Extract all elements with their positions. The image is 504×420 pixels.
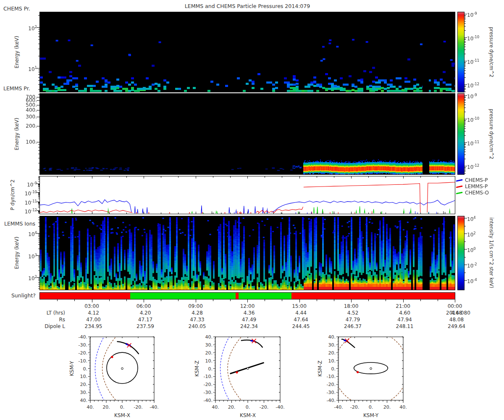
axis-tick <box>37 255 40 256</box>
axis-tick <box>38 15 40 16</box>
ephemeris-value: 47.17 <box>129 317 162 323</box>
axis-tick <box>38 178 40 178</box>
axis-tick <box>38 236 40 237</box>
axis-tick <box>38 267 40 267</box>
ephemeris-value: 47.79 <box>336 317 370 323</box>
axis-tick <box>38 74 40 75</box>
axis-tick-label: 102 <box>8 274 37 281</box>
orbit-y-tick-label: 10. <box>80 374 88 379</box>
axis-tick <box>38 202 40 203</box>
ephemeris-value: 237.59 <box>129 323 162 329</box>
sunlight-segment <box>291 293 455 299</box>
axis-tick <box>38 286 40 286</box>
axis-tick <box>465 112 466 112</box>
legend-line-swatch <box>456 185 462 188</box>
axis-tick <box>465 15 466 16</box>
time-tick-label: 03:00 <box>79 303 105 309</box>
orbit-yaxis-title: KSM-Z <box>318 360 323 376</box>
colorbar2-title: pressure dyne/cm^2 <box>488 109 494 159</box>
axis-tick <box>38 147 40 147</box>
axis-tick <box>38 70 40 70</box>
axis-tick <box>38 194 40 195</box>
axis-tick <box>465 89 466 90</box>
axis-tick <box>230 299 231 301</box>
axis-tick <box>38 281 40 281</box>
orbit-x-tick-label: -40. <box>150 404 158 410</box>
axis-tick <box>37 110 40 110</box>
sunlight-state-bar <box>40 293 455 299</box>
ephemeris-value: 48.08 <box>440 317 473 323</box>
axis-tick <box>465 105 466 105</box>
axis-tick <box>368 299 369 301</box>
axis-tick <box>38 177 40 178</box>
orbit-xaxis-title: KSM-X <box>114 412 130 418</box>
axis-tick <box>37 142 40 142</box>
legend-line-swatch <box>456 192 462 194</box>
axis-tick <box>38 240 40 240</box>
axis-tick <box>465 144 466 145</box>
sunlight-label: Sunlight? <box>4 293 36 299</box>
axis-tick <box>465 41 466 42</box>
axis-tick <box>38 256 40 257</box>
ephemeris-value: 242.34 <box>232 323 266 329</box>
axis-tick <box>465 19 466 19</box>
axis-tick-label: 400. <box>8 107 37 113</box>
axis-tick <box>37 100 40 101</box>
orbit-x-tick-label: 40. <box>212 404 219 410</box>
axis-tick <box>38 270 40 271</box>
axis-tick <box>38 150 40 151</box>
axis-tick <box>37 105 40 105</box>
axis-tick <box>465 152 466 152</box>
orbit-ksmx-ksmz: 40.20.0.-20.-40.40.30.20.10.0.-10.-20.-3… <box>194 332 295 420</box>
orbit-y-tick-label: -40. <box>204 398 213 403</box>
axis-tick <box>38 193 40 194</box>
orbit-y-tick-label: 30. <box>328 342 336 348</box>
axis-tick <box>420 299 421 301</box>
axis-tick <box>465 168 466 168</box>
colorbar1 <box>458 12 464 92</box>
time-tick-label: 09:00 <box>183 303 208 309</box>
ephemeris-value: 240.05 <box>181 323 214 329</box>
axis-tick <box>38 220 40 220</box>
axis-tick <box>126 299 127 301</box>
axis-tick <box>38 77 40 78</box>
axis-tick <box>38 179 40 180</box>
orbit-y-tick-label: 0. <box>331 366 336 372</box>
axis-tick <box>386 299 386 301</box>
ephemeris-value: 4.20 <box>129 310 162 316</box>
legend-item-chems-p: CHEMS-P <box>456 177 488 183</box>
axis-tick <box>465 167 466 168</box>
axis-tick-label: 100. <box>8 139 37 145</box>
ephemeris-value: 4.12 <box>77 310 110 316</box>
panel2-yaxis-title: Energy (keV) <box>14 118 20 150</box>
axis-tick <box>38 195 40 196</box>
axis-tick <box>38 262 40 262</box>
axis-tick <box>465 155 466 155</box>
axis-tick <box>38 185 40 185</box>
axis-tick <box>38 213 40 213</box>
axis-tick <box>38 84 40 85</box>
ephemeris-value: 4.44 <box>284 310 318 316</box>
saturn-marker <box>121 368 123 370</box>
axis-tick <box>465 226 466 226</box>
axis-tick <box>38 194 40 194</box>
axis-tick <box>403 299 404 302</box>
colorbar-tick-label: 10-4 <box>467 277 477 284</box>
colorbar-tick-label: 10-10 <box>467 116 479 123</box>
axis-tick <box>38 197 40 197</box>
orbit-y-tick-label: -10. <box>79 358 87 364</box>
ephemeris-value: 47.00 <box>77 317 110 323</box>
time-tick-label: 18:00 <box>339 303 364 309</box>
axis-tick-label: 10-12 <box>8 207 37 215</box>
axis-tick <box>38 89 40 90</box>
orbit-x-tick-label: -20. <box>350 404 359 410</box>
axis-tick <box>465 147 466 148</box>
orbit-xaxis-title: KSM-X <box>240 412 256 418</box>
axis-tick <box>465 70 466 71</box>
axis-tick <box>38 213 40 213</box>
orbit-x-tick-label: 0. <box>369 404 373 410</box>
axis-tick <box>38 278 40 278</box>
date-label: 2014-080 <box>446 310 470 316</box>
axis-tick <box>465 39 466 39</box>
axis-tick <box>38 235 40 236</box>
